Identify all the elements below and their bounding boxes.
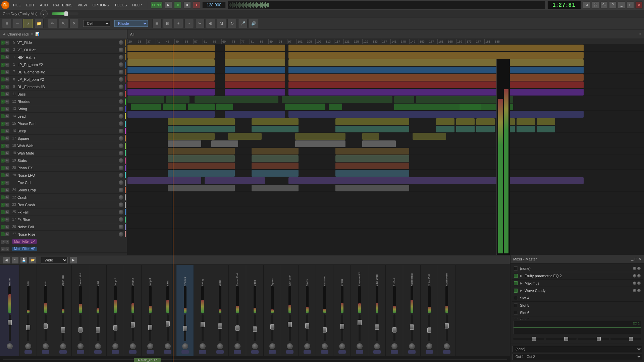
track-row-22[interactable] — [127, 206, 644, 214]
ch-knob-25[interactable] — [119, 225, 123, 229]
mixer-ch-5-fader[interactable] — [113, 325, 117, 330]
mixer-ch-4-fader-track[interactable] — [97, 314, 99, 341]
channel-row-12[interactable]: · M 16 Beep — [0, 127, 127, 135]
ch-active-1[interactable]: · — [1, 48, 5, 52]
clip-14-0[interactable] — [168, 148, 235, 155]
mixer-ch-8-send[interactable] — [164, 350, 171, 354]
clip-8-5[interactable] — [329, 104, 342, 110]
clip-5-1[interactable] — [225, 81, 285, 88]
mixer-ch-1-fader-track[interactable] — [45, 314, 47, 341]
plugin-2-knob-1[interactable] — [633, 274, 636, 278]
mixer-ch-20-send[interactable] — [373, 350, 381, 354]
clip-8-1[interactable] — [163, 104, 186, 110]
clip-13-3[interactable] — [362, 140, 396, 147]
ch-active-26[interactable]: · — [1, 232, 5, 236]
track-row-8[interactable] — [127, 103, 644, 111]
ch-knob-9[interactable] — [119, 107, 123, 111]
ch-active-14[interactable]: · — [1, 144, 5, 148]
track-row-14[interactable] — [127, 147, 644, 155]
menu-tools[interactable]: TOOLS — [113, 2, 128, 8]
mixer-ch-15-knob[interactable] — [287, 343, 293, 349]
maximize-btn[interactable]: □ — [627, 1, 634, 9]
quantize-icon[interactable]: ⊞ — [152, 19, 162, 28]
ch-mute-20[interactable]: M — [5, 188, 9, 192]
mixer-ch-1-knob[interactable] — [43, 343, 49, 349]
ch-active-18[interactable]: · — [1, 173, 5, 177]
ch-active-16[interactable]: · — [1, 159, 5, 163]
clip-3-1[interactable] — [225, 67, 285, 73]
ch-active-12[interactable]: · — [1, 129, 5, 133]
mixer-ch-4-send[interactable] — [94, 350, 102, 354]
song-position-bar[interactable]: ▶ Main_er HP — [3, 359, 507, 360]
channel-row-3[interactable]: · M 1 LP_Po_bpm #2 — [0, 61, 127, 68]
ch-knob-7[interactable] — [119, 92, 123, 97]
channel-row-23[interactable]: · M 25 Fx Fall — [0, 208, 127, 216]
plugin-slot-2[interactable]: ▶ Fruity parametric EQ 2 — [512, 272, 643, 280]
track-row-17[interactable] — [127, 170, 644, 177]
ch-knob-8[interactable] — [119, 99, 123, 104]
mixer-ch-3-send[interactable] — [77, 350, 84, 354]
mixer-ch-14-knob[interactable] — [269, 343, 275, 349]
clip-10-2[interactable] — [335, 118, 409, 125]
track-row-13[interactable] — [127, 140, 644, 147]
ch-knob-0[interactable] — [119, 40, 123, 45]
track-row-20[interactable] — [127, 192, 644, 199]
mixer-ch-10-send[interactable] — [199, 350, 206, 354]
headphones-icon[interactable]: 🎧 — [592, 1, 599, 9]
clip-13-0[interactable] — [168, 140, 201, 147]
ch-knob-19[interactable] — [119, 180, 123, 185]
ch-mute-14[interactable]: M — [5, 144, 9, 148]
mixer-ch-11-fader[interactable] — [218, 323, 222, 329]
channel-row-14[interactable]: · M 18 Wah Wah — [0, 142, 127, 149]
track-row-21[interactable] — [127, 199, 644, 206]
ch-knob-20[interactable] — [119, 188, 123, 192]
clip-1-0[interactable] — [127, 52, 215, 59]
mixer-ch-17-send[interactable] — [321, 350, 328, 354]
track-row-15[interactable] — [127, 155, 644, 162]
clip-11-4[interactable] — [456, 126, 475, 132]
mixer-ch-17-fader-track[interactable] — [324, 314, 326, 341]
mixer-ch-12-knob[interactable] — [234, 343, 240, 349]
clip-4-2[interactable] — [288, 74, 584, 81]
mixer-master-close[interactable]: ✕ — [638, 257, 641, 261]
mixer-ch-10-knob[interactable] — [200, 343, 206, 349]
menu-view[interactable]: VIEW — [76, 2, 89, 8]
mixer-channel-11[interactable]: Lead — [211, 265, 229, 356]
plugin-1-knob-1[interactable] — [633, 267, 636, 270]
clip-10-1[interactable] — [252, 118, 299, 125]
ch-active-2[interactable]: · — [1, 55, 5, 59]
channel-row-15[interactable]: · M 18 Wah Mute — [0, 149, 127, 157]
mixer-ch-9-fader[interactable] — [183, 326, 187, 331]
ch-active-17[interactable]: · — [1, 166, 5, 170]
mixer-ch-20-knob[interactable] — [374, 343, 380, 349]
clip-1-1[interactable] — [225, 52, 285, 59]
ch-mute-4[interactable]: M — [5, 70, 9, 74]
mixer-ch-23-fader[interactable] — [427, 327, 431, 333]
ch-name-27[interactable]: Main Filter LP — [12, 239, 37, 244]
mixer-ch-18-knob[interactable] — [339, 343, 345, 349]
mixer-ch-12-fader-track[interactable] — [236, 314, 238, 341]
mixer-ch-22-knob[interactable] — [409, 343, 415, 349]
mixer-ch-4-knob[interactable] — [95, 343, 101, 349]
clip-17-2[interactable] — [335, 170, 409, 177]
pencil-tool[interactable]: ✏ — [48, 19, 57, 28]
plugin-2-knob-2[interactable] — [637, 274, 641, 278]
close-btn[interactable]: ✕ — [635, 1, 643, 9]
ch-active-7[interactable]: · — [1, 92, 5, 96]
mixer-ch-2-send[interactable] — [59, 350, 67, 354]
ch-mute-7[interactable]: M — [5, 92, 9, 96]
menu-options[interactable]: OPTIONS — [91, 2, 111, 8]
clip-7-4[interactable] — [394, 96, 414, 103]
plugin-slot-5[interactable]: Slot 4 — [512, 294, 643, 302]
channel-row-0[interactable]: · M 5 VT_Ride — [0, 39, 127, 46]
mixer-ch-12-fader[interactable] — [235, 325, 239, 331]
mixer-channel-10[interactable]: String — [194, 265, 211, 356]
clip-10-0[interactable] — [168, 118, 235, 125]
delete-tool[interactable]: ✕ — [69, 19, 79, 28]
ch-mute-23[interactable]: M — [5, 210, 9, 214]
mixer-ch-11-send[interactable] — [216, 350, 224, 354]
pattern-cell-select[interactable]: Cell — [83, 20, 110, 27]
ch-active-25[interactable]: · — [1, 225, 5, 229]
clip-7-0[interactable] — [127, 96, 164, 103]
ch-active-3[interactable]: · — [1, 63, 5, 67]
